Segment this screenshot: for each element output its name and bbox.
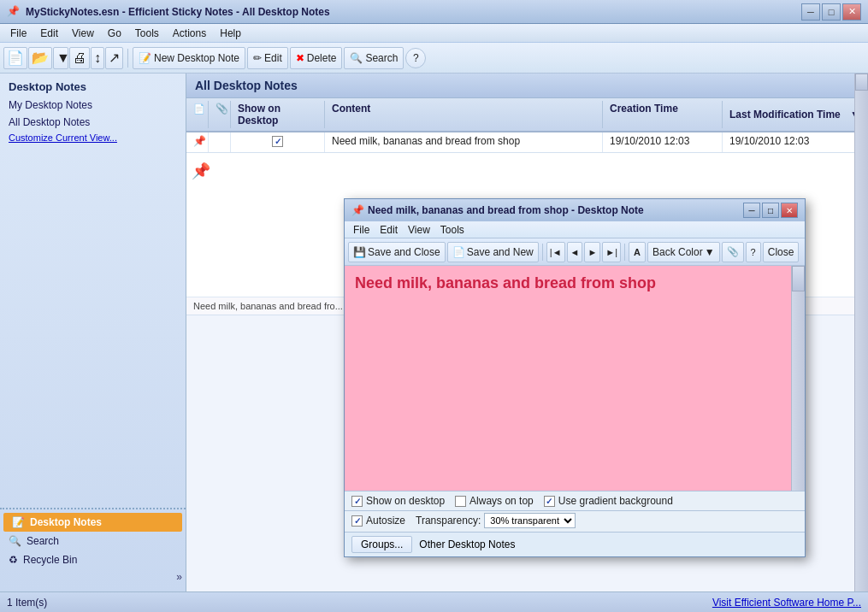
menu-view[interactable]: View: [65, 26, 101, 41]
back-color-button[interactable]: Back Color ▼: [647, 242, 720, 262]
next-btn[interactable]: ►: [584, 242, 600, 262]
menu-actions[interactable]: Actions: [166, 26, 213, 41]
show-on-desktop-checkbox[interactable]: [272, 136, 283, 147]
popup-window-controls: ─ □ ✕: [743, 203, 798, 218]
sidebar-title: Desktop Notes: [0, 74, 186, 97]
status-bar: 1 Item(s) Visit Efficient Software Home …: [0, 591, 868, 612]
last-btn[interactable]: ►|: [602, 242, 621, 262]
col-icon: 📄: [186, 101, 209, 128]
popup-menu-bar: File Edit View Tools: [345, 221, 805, 238]
note-options-bar-2: Autosize Transparency: 30% transparent 0…: [345, 510, 805, 532]
autosize-checkbox[interactable]: [351, 515, 363, 527]
customize-view-link[interactable]: Customize Current View...: [0, 131, 186, 144]
autosize-option: Autosize: [351, 515, 405, 527]
delete-button[interactable]: ✖ Delete: [290, 47, 343, 69]
save-and-close-button[interactable]: 💾 Save and Close: [348, 242, 446, 262]
new-file-btn[interactable]: 📄: [3, 47, 27, 69]
visit-link[interactable]: Visit Efficient Software Home P...: [712, 597, 861, 609]
popup-toolbar-sep2: [624, 244, 625, 261]
row-creation: 19/10/2010 12:03: [603, 132, 723, 152]
popup-close-btn[interactable]: ✕: [781, 203, 798, 218]
menu-edit[interactable]: Edit: [33, 26, 65, 41]
note-content-area[interactable]: Need milk, bananas and bread from shop: [345, 266, 805, 491]
popup-title: Need milk, bananas and bread from shop -…: [368, 204, 743, 216]
use-gradient-checkbox[interactable]: [544, 496, 555, 507]
sidebar-item-desktop-notes[interactable]: 📝 Desktop Notes: [3, 513, 182, 532]
popup-maximize-btn[interactable]: □: [762, 203, 779, 218]
export-btn[interactable]: ↗: [105, 47, 123, 69]
sticky-note-thumbnail-icon: 📌: [192, 162, 210, 180]
sidebar-item-recycle-bin[interactable]: ♻ Recycle Bin: [0, 550, 186, 569]
save-close-icon: 💾: [353, 246, 366, 258]
popup-menu-file[interactable]: File: [348, 223, 375, 237]
sidebar-item-search[interactable]: 🔍 Search: [0, 532, 186, 550]
note-scrollbar[interactable]: [791, 266, 805, 491]
expand-sidebar-btn[interactable]: »: [176, 571, 182, 583]
row-show-on-desktop: [231, 132, 325, 152]
save-new-icon: 📄: [452, 246, 465, 258]
save-and-new-button[interactable]: 📄 Save and New: [447, 242, 539, 262]
help-button[interactable]: ?: [405, 48, 426, 68]
popup-menu-edit[interactable]: Edit: [375, 223, 403, 237]
table-row[interactable]: 📌 Need milk, bananas and bread from shop…: [186, 132, 868, 153]
popup-title-bar: 📌 Need milk, bananas and bread from shop…: [345, 199, 805, 221]
col-show-on-desktop[interactable]: Show on Desktop: [231, 101, 325, 128]
recycle-bin-icon: ♻: [9, 554, 18, 566]
table-header: 📄 📎 Show on Desktop Content Creation Tim…: [186, 98, 868, 132]
transparency-select[interactable]: 30% transparent 0% transparent 10% trans…: [484, 513, 576, 528]
popup-menu-tools[interactable]: Tools: [435, 223, 469, 237]
sidebar-item-my-desktop-notes[interactable]: My Desktop Notes: [0, 97, 186, 114]
col-last-mod[interactable]: Last Modification Time ▼: [723, 101, 868, 128]
search-button[interactable]: 🔍 Search: [344, 47, 404, 69]
note-options-bar: Show on desktop Always on top Use gradie…: [345, 491, 805, 510]
sidebar-divider: [0, 508, 186, 509]
always-on-top-label: Always on top: [469, 495, 534, 507]
menu-go[interactable]: Go: [101, 26, 128, 41]
font-btn[interactable]: A: [629, 242, 646, 262]
popup-toolbar-sep1: [542, 244, 543, 261]
prev-btn[interactable]: ◄: [567, 242, 583, 262]
transparency-option: Transparency: 30% transparent 0% transpa…: [416, 513, 576, 528]
popup-toolbar: 💾 Save and Close 📄 Save and New |◄ ◄ ► ►…: [345, 238, 805, 266]
menu-help[interactable]: Help: [213, 26, 248, 41]
transparency-label: Transparency:: [416, 515, 481, 527]
help-popup-btn[interactable]: ?: [746, 242, 761, 262]
col-content[interactable]: Content: [325, 101, 603, 128]
menu-file[interactable]: File: [3, 26, 33, 41]
minimize-button[interactable]: ─: [801, 3, 820, 21]
note-text[interactable]: Need milk, bananas and bread from shop: [345, 266, 805, 301]
open-btn[interactable]: 📂: [28, 47, 52, 69]
main-toolbar: 📄 📂 ▼ 🖨 ↕ ↗ 📝 New Desktop Note ✏ Edit ✖ …: [0, 43, 868, 74]
show-on-desktop-opt-checkbox[interactable]: [351, 496, 363, 507]
sync-btn[interactable]: ↕: [91, 47, 104, 69]
always-on-top-checkbox[interactable]: [455, 496, 466, 507]
note-scrollbar-thumb[interactable]: [792, 266, 805, 291]
print-btn[interactable]: 🖨: [69, 47, 90, 69]
sidebar-item-all-desktop-notes[interactable]: All Desktop Notes: [0, 114, 186, 131]
main-scrollbar[interactable]: [854, 74, 868, 591]
maximize-button[interactable]: □: [822, 3, 841, 21]
content-title: All Desktop Notes: [186, 74, 868, 98]
close-button[interactable]: ✕: [842, 3, 861, 21]
use-gradient-label: Use gradient background: [558, 495, 673, 507]
app-title: MyStickyNotes.esn - Efficient Sticky Not…: [26, 6, 801, 18]
desktop-notes-icon: 📝: [12, 516, 25, 528]
autosize-label: Autosize: [366, 515, 405, 527]
groups-button[interactable]: Groups...: [351, 536, 412, 553]
popup-close-toolbar-btn[interactable]: Close: [763, 242, 800, 262]
col-creation-time[interactable]: Creation Time: [603, 101, 723, 128]
note-groups-bar: Groups... Other Desktop Notes: [345, 532, 805, 556]
first-btn[interactable]: |◄: [546, 242, 565, 262]
new-desktop-note-button[interactable]: 📝 New Desktop Note: [133, 47, 245, 69]
menu-bar: File Edit View Go Tools Actions Help: [0, 24, 868, 43]
menu-tools[interactable]: Tools: [128, 26, 166, 41]
new-note-icon: 📝: [139, 52, 151, 64]
attach-btn[interactable]: 📎: [722, 242, 744, 262]
groups-text: Other Desktop Notes: [419, 538, 515, 550]
main-scrollbar-thumb[interactable]: [855, 74, 868, 91]
dropdown-btn[interactable]: ▼: [53, 47, 68, 69]
items-count: 1 Item(s): [7, 597, 47, 609]
edit-button[interactable]: ✏ Edit: [247, 47, 288, 69]
popup-minimize-btn[interactable]: ─: [743, 203, 760, 218]
popup-menu-view[interactable]: View: [403, 223, 435, 237]
